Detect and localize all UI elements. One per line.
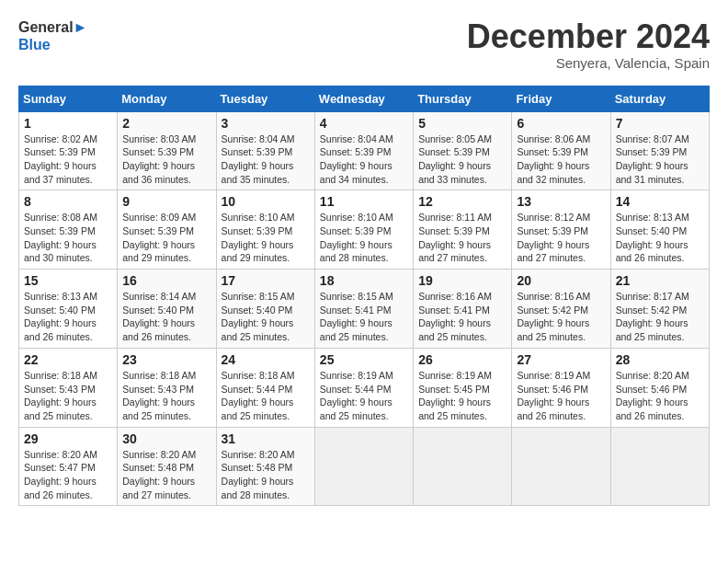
header-saturday: Saturday [610, 86, 709, 111]
day-number: 15 [24, 273, 112, 288]
day-info: Sunrise: 8:16 AM Sunset: 5:42 PM Dayligh… [517, 290, 605, 344]
header-monday: Monday [118, 86, 216, 111]
day-info: Sunrise: 8:10 AM Sunset: 5:39 PM Dayligh… [320, 211, 408, 265]
calendar-cell: 1 Sunrise: 8:02 AM Sunset: 5:39 PM Dayli… [19, 111, 118, 190]
header-thursday: Thursday [414, 86, 512, 111]
calendar-cell [414, 427, 512, 506]
month-title: December 2024 [467, 18, 710, 55]
day-number: 17 [222, 273, 310, 288]
day-number: 5 [418, 116, 506, 131]
logo-text: General► Blue [18, 18, 87, 53]
calendar-cell: 15 Sunrise: 8:13 AM Sunset: 5:40 PM Dayl… [19, 270, 118, 349]
day-number: 19 [418, 273, 506, 288]
day-number: 16 [122, 273, 210, 288]
day-number: 14 [616, 194, 704, 209]
day-info: Sunrise: 8:20 AM Sunset: 5:46 PM Dayligh… [616, 369, 704, 423]
day-info: Sunrise: 8:15 AM Sunset: 5:41 PM Dayligh… [320, 290, 408, 344]
calendar-cell: 3 Sunrise: 8:04 AM Sunset: 5:39 PM Dayli… [216, 111, 314, 190]
day-info: Sunrise: 8:04 AM Sunset: 5:39 PM Dayligh… [320, 132, 408, 187]
calendar-cell: 7 Sunrise: 8:07 AM Sunset: 5:39 PM Dayli… [610, 111, 709, 190]
calendar-week-row: 15 Sunrise: 8:13 AM Sunset: 5:40 PM Dayl… [19, 270, 710, 349]
day-number: 1 [24, 116, 112, 131]
day-number: 22 [24, 352, 112, 367]
calendar-cell: 14 Sunrise: 8:13 AM Sunset: 5:40 PM Dayl… [610, 190, 709, 270]
calendar-cell: 27 Sunrise: 8:19 AM Sunset: 5:46 PM Dayl… [512, 348, 610, 427]
day-info: Sunrise: 8:13 AM Sunset: 5:40 PM Dayligh… [616, 211, 704, 265]
calendar-cell [314, 427, 413, 506]
day-info: Sunrise: 8:17 AM Sunset: 5:42 PM Dayligh… [616, 290, 704, 344]
calendar-cell: 9 Sunrise: 8:09 AM Sunset: 5:39 PM Dayli… [118, 190, 216, 270]
day-number: 13 [517, 194, 605, 209]
page-header: General► Blue December 2024 Senyera, Val… [18, 18, 710, 71]
day-info: Sunrise: 8:04 AM Sunset: 5:39 PM Dayligh… [222, 132, 310, 187]
day-number: 2 [122, 116, 210, 131]
calendar-table: Sunday Monday Tuesday Wednesday Thursday… [18, 86, 710, 507]
header-tuesday: Tuesday [216, 86, 314, 111]
calendar-cell: 30 Sunrise: 8:20 AM Sunset: 5:48 PM Dayl… [118, 427, 216, 506]
calendar-cell: 20 Sunrise: 8:16 AM Sunset: 5:42 PM Dayl… [512, 270, 610, 349]
day-info: Sunrise: 8:05 AM Sunset: 5:39 PM Dayligh… [418, 132, 506, 187]
day-info: Sunrise: 8:20 AM Sunset: 5:48 PM Dayligh… [222, 448, 310, 502]
day-info: Sunrise: 8:16 AM Sunset: 5:41 PM Dayligh… [418, 290, 506, 344]
day-info: Sunrise: 8:06 AM Sunset: 5:39 PM Dayligh… [517, 132, 605, 187]
day-info: Sunrise: 8:20 AM Sunset: 5:48 PM Dayligh… [122, 448, 210, 502]
day-number: 20 [517, 273, 605, 288]
day-number: 30 [122, 431, 210, 446]
calendar-cell: 26 Sunrise: 8:19 AM Sunset: 5:45 PM Dayl… [414, 348, 512, 427]
calendar-cell: 2 Sunrise: 8:03 AM Sunset: 5:39 PM Dayli… [118, 111, 216, 190]
calendar-cell: 21 Sunrise: 8:17 AM Sunset: 5:42 PM Dayl… [610, 270, 709, 349]
calendar-week-row: 8 Sunrise: 8:08 AM Sunset: 5:39 PM Dayli… [19, 190, 710, 270]
day-number: 31 [222, 431, 310, 446]
day-number: 24 [222, 352, 310, 367]
day-number: 26 [418, 352, 506, 367]
day-number: 6 [517, 116, 605, 131]
day-info: Sunrise: 8:14 AM Sunset: 5:40 PM Dayligh… [122, 290, 210, 344]
calendar-cell: 18 Sunrise: 8:15 AM Sunset: 5:41 PM Dayl… [314, 270, 413, 349]
day-number: 25 [320, 352, 408, 367]
calendar-cell: 25 Sunrise: 8:19 AM Sunset: 5:44 PM Dayl… [314, 348, 413, 427]
calendar-cell: 4 Sunrise: 8:04 AM Sunset: 5:39 PM Dayli… [314, 111, 413, 190]
header-wednesday: Wednesday [314, 86, 413, 111]
day-info: Sunrise: 8:20 AM Sunset: 5:47 PM Dayligh… [24, 448, 112, 502]
calendar-cell: 24 Sunrise: 8:18 AM Sunset: 5:44 PM Dayl… [216, 348, 314, 427]
day-info: Sunrise: 8:18 AM Sunset: 5:43 PM Dayligh… [122, 369, 210, 423]
day-info: Sunrise: 8:18 AM Sunset: 5:44 PM Dayligh… [222, 369, 310, 423]
day-info: Sunrise: 8:19 AM Sunset: 5:46 PM Dayligh… [517, 369, 605, 423]
day-info: Sunrise: 8:12 AM Sunset: 5:39 PM Dayligh… [517, 211, 605, 265]
location-subtitle: Senyera, Valencia, Spain [467, 55, 710, 71]
day-number: 9 [122, 194, 210, 209]
calendar-cell: 13 Sunrise: 8:12 AM Sunset: 5:39 PM Dayl… [512, 190, 610, 270]
day-number: 3 [222, 116, 310, 131]
day-number: 8 [24, 194, 112, 209]
calendar-week-row: 29 Sunrise: 8:20 AM Sunset: 5:47 PM Dayl… [19, 427, 710, 506]
calendar-cell: 31 Sunrise: 8:20 AM Sunset: 5:48 PM Dayl… [216, 427, 314, 506]
day-info: Sunrise: 8:10 AM Sunset: 5:39 PM Dayligh… [222, 211, 310, 265]
day-info: Sunrise: 8:03 AM Sunset: 5:39 PM Dayligh… [122, 132, 210, 187]
day-info: Sunrise: 8:09 AM Sunset: 5:39 PM Dayligh… [122, 211, 210, 265]
day-number: 23 [122, 352, 210, 367]
day-number: 29 [24, 431, 112, 446]
day-number: 10 [222, 194, 310, 209]
day-info: Sunrise: 8:11 AM Sunset: 5:39 PM Dayligh… [418, 211, 506, 265]
day-info: Sunrise: 8:19 AM Sunset: 5:45 PM Dayligh… [418, 369, 506, 423]
day-info: Sunrise: 8:19 AM Sunset: 5:44 PM Dayligh… [320, 369, 408, 423]
day-number: 21 [616, 273, 704, 288]
day-number: 4 [320, 116, 408, 131]
day-number: 11 [320, 194, 408, 209]
calendar-cell: 19 Sunrise: 8:16 AM Sunset: 5:41 PM Dayl… [414, 270, 512, 349]
day-info: Sunrise: 8:13 AM Sunset: 5:40 PM Dayligh… [24, 290, 112, 344]
day-number: 12 [418, 194, 506, 209]
calendar-cell [512, 427, 610, 506]
day-info: Sunrise: 8:15 AM Sunset: 5:40 PM Dayligh… [222, 290, 310, 344]
calendar-cell: 29 Sunrise: 8:20 AM Sunset: 5:47 PM Dayl… [19, 427, 118, 506]
day-info: Sunrise: 8:08 AM Sunset: 5:39 PM Dayligh… [24, 211, 112, 265]
calendar-cell: 28 Sunrise: 8:20 AM Sunset: 5:46 PM Dayl… [610, 348, 709, 427]
title-block: December 2024 Senyera, Valencia, Spain [467, 18, 710, 71]
day-info: Sunrise: 8:07 AM Sunset: 5:39 PM Dayligh… [616, 132, 704, 187]
calendar-week-row: 1 Sunrise: 8:02 AM Sunset: 5:39 PM Dayli… [19, 111, 710, 190]
calendar-cell: 10 Sunrise: 8:10 AM Sunset: 5:39 PM Dayl… [216, 190, 314, 270]
calendar-cell: 16 Sunrise: 8:14 AM Sunset: 5:40 PM Dayl… [118, 270, 216, 349]
calendar-week-row: 22 Sunrise: 8:18 AM Sunset: 5:43 PM Dayl… [19, 348, 710, 427]
calendar-cell: 12 Sunrise: 8:11 AM Sunset: 5:39 PM Dayl… [414, 190, 512, 270]
calendar-cell: 5 Sunrise: 8:05 AM Sunset: 5:39 PM Dayli… [414, 111, 512, 190]
